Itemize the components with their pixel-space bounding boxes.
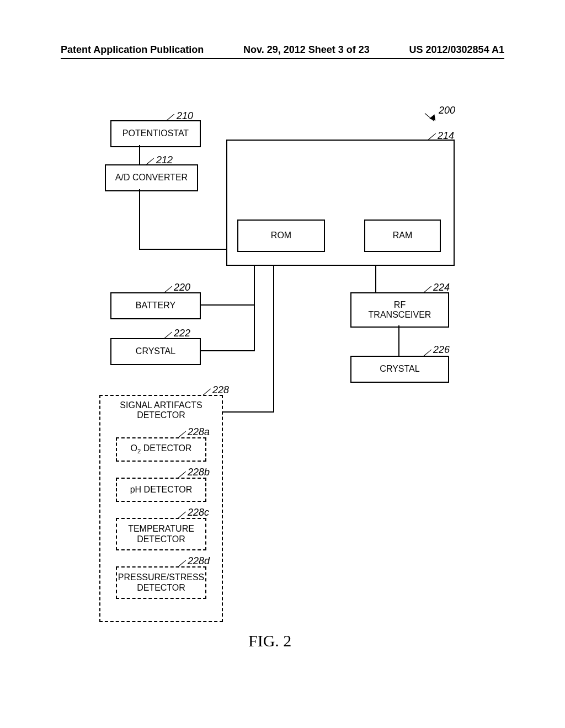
conn-crystalL-h	[199, 350, 254, 351]
header-rule	[61, 58, 504, 59]
conn-210-212	[139, 145, 140, 165]
block-temperature-detector: TEMPERATURE DETECTOR	[116, 518, 206, 550]
conn-sad-h	[221, 411, 274, 413]
potentiostat-label: POTENTIOSTAT	[122, 129, 189, 138]
conn-rf-crystal	[398, 325, 399, 356]
conn-212-processor-h	[139, 249, 226, 250]
crystal-right-label: CRYSTAL	[380, 364, 419, 374]
block-ram: RAM	[364, 220, 441, 252]
ref-210: 210	[177, 110, 193, 122]
o2-detector-label: O2 DETECTOR	[131, 443, 192, 455]
ref-228d: 228d	[188, 555, 210, 567]
ref-228: 228	[212, 384, 229, 396]
page-header: Patent Application Publication Nov. 29, …	[61, 44, 504, 56]
block-crystal-left: CRYSTAL	[110, 338, 201, 365]
ref-226: 226	[433, 344, 450, 356]
header-right: US 2012/0302854 A1	[409, 44, 504, 56]
rf-transceiver-label: RF TRANSCEIVER	[369, 300, 431, 320]
battery-label: BATTERY	[136, 301, 175, 311]
block-pressure-detector: PRESSURE/STRESS DETECTOR	[116, 566, 206, 599]
block-o2-detector: O2 DETECTOR	[116, 437, 206, 462]
ref-200: 200	[439, 105, 455, 116]
conn-crystalL-v	[254, 324, 255, 351]
proc-drop-mid	[273, 264, 274, 413]
block-ph-detector: pH DETECTOR	[116, 478, 206, 502]
ref-222: 222	[174, 328, 190, 339]
ref-228a: 228a	[188, 426, 210, 438]
ref-228b: 228b	[188, 467, 210, 478]
ref-220: 220	[174, 282, 190, 293]
block-ad-converter: A/D CONVERTER	[105, 164, 198, 191]
block-potentiostat: POTENTIOSTAT	[110, 120, 201, 147]
signal-artifacts-label: SIGNAL ARTIFACTS DETECTOR	[120, 400, 202, 421]
conn-battery-h	[199, 304, 254, 306]
figure-caption: FIG. 2	[248, 631, 291, 650]
ref-228c: 228c	[188, 507, 209, 518]
header-left: Patent Application Publication	[61, 44, 204, 56]
ref-212: 212	[156, 154, 173, 166]
rom-label: ROM	[271, 231, 291, 240]
ref-224: 224	[433, 282, 450, 293]
conn-battery-v-extra	[254, 304, 255, 324]
ad-converter-label: A/D CONVERTER	[115, 173, 188, 183]
pressure-detector-label: PRESSURE/STRESS DETECTOR	[118, 572, 204, 593]
crystal-left-label: CRYSTAL	[136, 346, 175, 356]
block-battery: BATTERY	[110, 292, 201, 319]
conn-212-processor-v	[139, 189, 140, 249]
block-rom: ROM	[237, 220, 325, 252]
ram-label: RAM	[393, 231, 413, 240]
temperature-detector-label: TEMPERATURE DETECTOR	[128, 524, 194, 544]
header-center: Nov. 29, 2012 Sheet 3 of 23	[243, 44, 370, 56]
block-crystal-right: CRYSTAL	[350, 356, 449, 383]
ph-detector-label: pH DETECTOR	[130, 485, 193, 495]
block-rf-transceiver: RF TRANSCEIVER	[350, 292, 449, 328]
